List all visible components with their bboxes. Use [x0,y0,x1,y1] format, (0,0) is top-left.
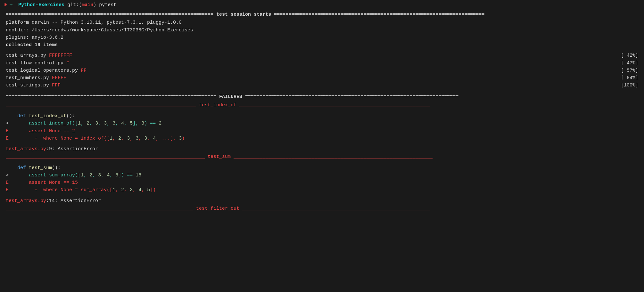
prompt-directory: Python-Exercises [18,1,64,9]
failure2-e2-marker: E [6,186,9,194]
failure2-e2-text: + where None = sum_array([ [9,186,112,194]
plugins-line: plugins: anyio-3.6.2 [0,34,644,41]
failure2-gt-text: sum_array([ [46,172,81,179]
prompt-git-label: git: [67,1,79,9]
prompt-branch: main [82,1,93,9]
failure2-sep: ________________________________________… [0,153,644,161]
test-percent-flow: [ 47%] [621,60,638,67]
prompt-command: pytest [96,1,116,9]
terminal: ⊗ → Python-Exercises git: ( main ) pytes… [0,0,644,292]
test-percent-logical: [ 57%] [621,67,638,74]
test-percent-arrays: [ 42%] [621,52,638,59]
failure1-e1-marker: E [6,127,9,135]
failure2-e1-marker: E [6,179,9,186]
failure2-ref: test_arrays.py:14: AssertionError [0,197,644,205]
failure1-e2-marker: E [6,135,9,142]
failure2-def: def test_sum(): [0,164,644,172]
failure2-gt-marker: > [6,172,29,179]
failure1-e2-text: + where None = index_of([ [9,135,110,142]
test-file-strings: test_strings.py FFF [6,82,61,89]
test-result-numbers: test_numbers.py FFFFF [ 84%] [0,74,644,82]
test-file-arrays: test_arrays.py FFFFFFFF [6,52,72,59]
session-header: ========================================… [0,10,644,19]
rootdir-line: rootdir: /Users/reedws/workspace/Classes… [0,27,644,34]
failures-header: ========================================… [0,93,644,101]
test-percent-strings: [100%] [621,82,638,89]
test-result-logical: test_logical_operators.py FF [ 57%] [0,67,644,74]
failure1-ref: test_arrays.py:9: AssertionError [0,145,644,153]
prompt-space2 [12,1,18,9]
prompt-space [7,1,10,9]
failure1-e1-text: assert None == 2 [9,127,75,135]
platform-line: platform darwin -- Python 3.10.11, pytes… [0,19,644,26]
failure1-ref-text: test_arrays.py [6,145,46,153]
prompt-arrow: → [10,1,12,9]
prompt-branch-open: ( [79,1,82,9]
failure2-gt-assert: assert [29,172,46,179]
failure2-def-text: def test_sum(): [6,164,61,172]
test-file-numbers: test_numbers.py FFFFF [6,74,66,82]
test-result-flow: test_flow_control.py F [ 47%] [0,60,644,67]
failure1-gt: > assert index_of([1, 2, 3, 3, 3, 4, 5],… [0,120,644,127]
test-file-flow: test_flow_control.py F [6,60,69,67]
rootdir-text: rootdir: /Users/reedws/workspace/Classes… [6,27,193,34]
failure1-gt-text: index_of([ [46,120,78,127]
failure2-e1-text: assert None == 15 [9,179,78,186]
failure3-sep: ________________________________________… [0,205,644,213]
test-percent-numbers: [ 84%] [621,74,638,82]
prompt-line: ⊗ → Python-Exercises git: ( main ) pytes… [0,0,644,10]
prompt-space3 [64,1,67,9]
platform-text: platform darwin -- Python 3.10.11, pytes… [6,19,182,26]
test-result-arrays: test_arrays.py FFFFFFFF [ 42%] [0,52,644,59]
collected-text: collected 19 items [6,41,58,49]
failure1-e2: E + where None = index_of([1, 2, 3, 3, 3… [0,135,644,142]
test-file-logical: test_logical_operators.py FF [6,67,87,74]
failure2-gt: > assert sum_array([1, 2, 3, 4, 5]) == 1… [0,172,644,179]
failure1-def-text: def test_index_of(): [6,112,75,120]
plugins-text: plugins: anyio-3.6.2 [6,34,63,41]
prompt-symbol: ⊗ [4,1,7,9]
failure1-gt-assert: assert [29,120,46,127]
collected-line: collected 19 items [0,41,644,49]
failure1-sep: ________________________________________… [0,101,644,109]
failure1-gt-marker: > [6,120,29,127]
failure2-e2: E + where None = sum_array([1, 2, 3, 4, … [0,186,644,194]
prompt-branch-close: ) [93,1,96,9]
failure1-def: def test_index_of(): [0,112,644,120]
failure2-ref-text: test_arrays.py [6,197,46,205]
test-result-strings: test_strings.py FFF [100%] [0,82,644,89]
failure2-e1: E assert None == 15 [0,179,644,186]
failure1-e1: E assert None == 2 [0,127,644,135]
